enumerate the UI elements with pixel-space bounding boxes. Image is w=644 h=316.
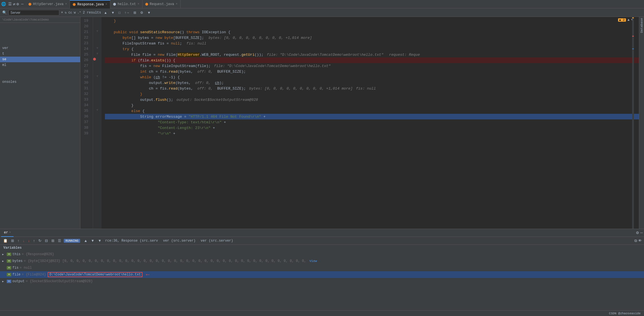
sidebar-item-ml[interactable]: ml — [0, 62, 80, 68]
code-line-26: if (file.exists()) { — [105, 57, 639, 63]
tab-request-label: Request.java — [150, 2, 174, 6]
variable-row-file[interactable]: ▶ ≡ file = {File@924} D:\Code\JavaCode\T… — [0, 271, 644, 278]
search-close-btn[interactable]: × — [61, 10, 63, 15]
database-label[interactable]: Database — [640, 18, 643, 33]
search-input[interactable] — [8, 10, 59, 15]
copy-bottom-btn[interactable]: ⧉ — [634, 239, 637, 243]
variable-row-bytes[interactable]: ▶ ≡ bytes = {byte[1024]@923} [0, 0, 0, 0… — [0, 258, 644, 264]
tab-response-close[interactable]: × — [105, 3, 107, 6]
fold-25[interactable]: ▽ — [96, 52, 98, 55]
code-line-31: ch = fis.read(bytes, off: 0, BUFFER_SIZE… — [105, 86, 639, 91]
next-result-btn[interactable]: ▼ — [110, 10, 116, 15]
down-btn-red[interactable]: ↓ — [22, 238, 26, 243]
code-area: 19 20 21 22 23 24 25 26 27 28 29 30 31 3… — [80, 17, 639, 229]
tab-request[interactable]: Request.java × — [142, 0, 181, 8]
bottom-tab-close[interactable]: × — [9, 231, 11, 234]
var-name-output: output — [12, 279, 25, 283]
up-btn[interactable]: ↑ — [17, 238, 20, 243]
breakpoint-26[interactable] — [93, 58, 96, 61]
regex-btn[interactable]: ↻ — [65, 11, 67, 14]
sidebar: \Code\JavaCode\TomcatDemo ver t se ml on… — [0, 17, 80, 229]
filter-bottom-btn[interactable]: ▼ — [97, 238, 102, 243]
fold-24[interactable]: ▽ — [96, 46, 98, 50]
case-btn[interactable]: Cc — [68, 11, 72, 14]
word-btn[interactable]: W — [74, 11, 76, 14]
tab-httpserver[interactable]: HttpServer.java × — [26, 0, 70, 8]
refresh-btn[interactable]: ↻ — [38, 238, 42, 243]
prev-result-btn[interactable]: ▲ — [103, 10, 108, 15]
code-content: } public void sendStaticResource() throw… — [102, 17, 639, 229]
code-line-35: else { — [105, 108, 639, 114]
var-icon-fis: ≡ — [7, 266, 11, 270]
funnel-btn[interactable]: ▼ — [146, 10, 152, 15]
code-line-38: "Content-Length: 23\r\n" + — [105, 125, 639, 131]
filter-btn[interactable]: ⊞ — [132, 10, 137, 15]
toolbar-btn-1[interactable]: ⊞ — [10, 238, 15, 243]
sidebar-path: \Code\JavaCode\TomcatDemo — [0, 17, 80, 23]
var-eq-bytes: = {byte[1024]@923} [0, 0, 0, 0, 0, 0, 0,… — [24, 259, 306, 263]
error-scroll-indicator — [632, 36, 634, 37]
code-line-32: } — [105, 91, 639, 97]
table-btn[interactable]: ⊞ — [50, 238, 55, 243]
pin-btn[interactable]: ↑→ — [123, 10, 131, 15]
variable-row-this[interactable]: ▶ ≡ this = {Response@926} — [0, 251, 644, 258]
variable-row-output[interactable]: ▶ ∞ output = {Socket$SocketOutputStream@… — [0, 278, 644, 285]
minimize-bottom-btn[interactable]: ─ — [640, 231, 643, 235]
ver-label2: ver (src.server) — [201, 239, 233, 243]
expand-this[interactable]: ▶ — [2, 253, 6, 256]
search-results: 2 results — [83, 11, 101, 15]
eye-bottom-btn[interactable]: 👁 — [638, 239, 642, 243]
txt-icon — [113, 3, 116, 6]
minimize-icon[interactable]: ─ — [21, 2, 23, 6]
fold-35[interactable]: ▽ — [96, 108, 98, 112]
gear-icon[interactable]: ⚙ — [16, 2, 19, 6]
bottom-tab-er[interactable]: er × — [1, 229, 14, 237]
variable-row-fis[interactable]: ▶ ≡ fis = null — [0, 264, 644, 271]
highlight-httpserver: HttpServer — [177, 53, 199, 57]
java-icon-response — [73, 3, 76, 6]
tab-bar: 🌐 ☰ ⇄ ⚙ ─ HttpServer.java × Response.jav… — [0, 0, 644, 8]
expand-btn[interactable]: □ — [117, 10, 122, 15]
tab-response[interactable]: Response.java × — [70, 0, 110, 8]
run-up-btn[interactable]: ▲ — [83, 238, 88, 243]
menu-icon[interactable]: ☰ — [8, 2, 12, 6]
sidebar-item-ver[interactable]: ver — [0, 45, 80, 51]
code-line-34: } — [105, 103, 639, 108]
code-line-33: output.flush();output: Socket$SocketOutp… — [105, 97, 639, 103]
tab-hellotxt-close[interactable]: × — [138, 3, 139, 6]
code-line-30: output.write(bytes, off: 0, ch); — [105, 80, 639, 86]
search-icon: 🔍 — [2, 10, 7, 15]
fold-29[interactable]: ▽ — [96, 75, 98, 78]
fold-19[interactable]: ▽ — [96, 30, 98, 33]
settings-btn[interactable]: ⚙ — [139, 10, 144, 15]
var-icon-bytes: ≡ — [7, 259, 11, 263]
filter-btn2[interactable]: ⊟ — [44, 238, 49, 243]
scroll-indicators — [632, 17, 634, 229]
code-editor: ▲ 2 ▲ ▼ 19 20 21 22 23 24 25 26 27 28 29… — [80, 17, 639, 229]
down-btn-red2[interactable]: ↓ — [27, 238, 31, 243]
code-line-28: int ch = fis.read(bytes, off: 0, BUFFER_… — [105, 69, 639, 74]
ver-label: ver (src.server) — [163, 239, 195, 243]
sidebar-item-onsoles[interactable]: onsoles — [0, 79, 80, 85]
var-eq-output: = {Socket$SocketOutputStream@928} — [26, 279, 93, 283]
arrows-icon[interactable]: ⇄ — [13, 2, 15, 6]
tab-hellotxt[interactable]: hello.txt × — [110, 0, 142, 8]
variables-header: Variables — [0, 245, 644, 251]
console-btn[interactable]: 📋 — [2, 238, 8, 243]
run-down-btn[interactable]: ▼ — [90, 238, 95, 243]
breakpoint-gutter: ▽ ▽ ▽ ▽ ▽ — [93, 17, 102, 229]
regex2-btn[interactable]: .* — [77, 11, 81, 14]
tab-request-close[interactable]: × — [176, 3, 177, 6]
view-link[interactable]: View — [309, 259, 317, 263]
list-btn[interactable]: ☰ — [57, 238, 62, 243]
sidebar-item-t[interactable]: t — [0, 51, 80, 57]
settings-bottom-btn[interactable]: ⚙ — [636, 231, 639, 235]
line-numbers: 19 20 21 22 23 24 25 26 27 28 29 30 31 3… — [80, 17, 93, 229]
sidebar-item-se[interactable]: se — [0, 57, 80, 62]
expand-bytes[interactable]: ▶ — [2, 260, 6, 263]
up-btn2[interactable]: ↑ — [32, 238, 36, 243]
expand-output[interactable]: ▶ — [2, 280, 6, 283]
tab-httpserver-close[interactable]: × — [65, 3, 67, 6]
code-line-23: FileInputStream fis = null;fis: null — [105, 41, 639, 46]
code-line-22: byte[] bytes = new byte[BUFFER_SIZE];byt… — [105, 35, 639, 41]
